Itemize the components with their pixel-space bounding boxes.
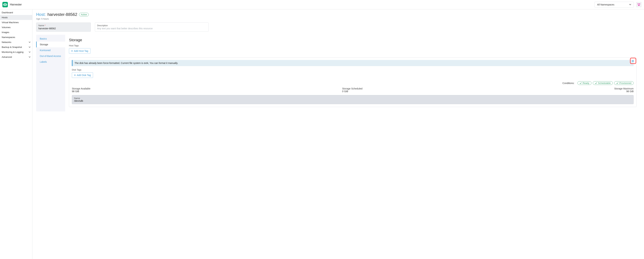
storage-scheduled: Storage Scheduled 0 GiB (342, 87, 362, 93)
sidebar-item-images[interactable]: Images (0, 30, 32, 35)
host-tags-label: Host Tags (69, 44, 636, 47)
brand-icon (2, 2, 8, 7)
main-content: Host: harvester-88562 Active Age: 5 hour… (32, 9, 644, 259)
topbar: Harvester All Namespaces (0, 0, 644, 9)
description-field[interactable]: Description Any text you want that bette… (95, 22, 208, 32)
check-icon (595, 82, 597, 84)
device-label: Name (74, 97, 631, 99)
app-switcher-icon[interactable] (636, 2, 642, 7)
sidebar-item-label: Networks (2, 41, 11, 43)
status-badge: Active (79, 13, 89, 16)
sidebar-item-label: Images (2, 31, 9, 33)
chevron-down-icon (629, 4, 631, 5)
sidebar-item-label: Monitoring & Logging (2, 51, 24, 53)
description-field-placeholder: Any text you want that better describes … (97, 27, 206, 30)
stat-label: Storage Maximum (614, 87, 634, 90)
panel-content: Storage Host Tags Add Host Tag (65, 35, 640, 111)
condition-schedulable: Schedulable (593, 81, 613, 85)
sidebar-item-volumes[interactable]: Volumes (0, 25, 32, 30)
condition-provisioned: Provisioned (614, 81, 634, 85)
tab-labels[interactable]: Labels (36, 59, 65, 65)
device-value: /dev/sdb (74, 99, 631, 102)
sidebar-item-dashboard[interactable]: Dashboard (0, 10, 32, 15)
stat-value: 98 GiB (72, 90, 90, 93)
sidebar-item-monitoring-logging[interactable]: Monitoring & Logging (0, 50, 32, 54)
brand: Harvester (2, 2, 22, 7)
sidebar-item-backup-snapshot[interactable]: Backup & Snapshot (0, 45, 32, 50)
sidebar-item-label: Virtual Machines (2, 21, 19, 24)
conditions-row: Conditions: ReadySchedulableProvisioned (72, 81, 634, 85)
sidebar-item-namespaces[interactable]: Namespaces (0, 35, 32, 40)
sidebar-item-label: Namespaces (2, 36, 15, 38)
sidebar: DashboardHostsVirtual MachinesVolumesIma… (0, 9, 32, 259)
check-icon (616, 82, 618, 84)
stat-value: 0 GiB (342, 90, 362, 93)
stat-label: Storage Scheduled (342, 87, 362, 90)
section-title: Storage (69, 38, 636, 42)
storage-available: Storage Available 98 GiB (72, 87, 90, 93)
name-field-value: harvester-88562 (38, 27, 88, 30)
info-banner: The disk has already been force-formatte… (72, 60, 634, 66)
disk-card: The disk has already been force-formatte… (69, 57, 636, 107)
remove-disk-button[interactable] (631, 59, 635, 63)
namespace-selector-label: All Namespaces (597, 3, 614, 6)
disk-tags-label: Disk Tags (72, 68, 634, 71)
chevron-down-icon (29, 41, 30, 43)
name-field: Name * harvester-88562 (36, 22, 91, 32)
sidebar-item-virtual-machines[interactable]: Virtual Machines (0, 20, 32, 25)
plus-icon (74, 74, 76, 76)
svg-rect-4 (638, 3, 638, 4)
detail-panel: BasicsStorageKsmtunedOut-of-Band AccessL… (36, 35, 640, 111)
device-name-field: Name /dev/sdb (72, 95, 634, 104)
sidebar-item-label: Volumes (2, 26, 10, 29)
sidebar-item-label: Dashboard (2, 11, 13, 14)
sidebar-item-label: Advanced (2, 56, 12, 58)
panel-tabs: BasicsStorageKsmtunedOut-of-Band AccessL… (36, 35, 65, 111)
page-title-host: harvester-88562 (48, 12, 77, 17)
add-disk-tag-button[interactable]: Add Disk Tag (72, 72, 93, 78)
brand-name: Harvester (10, 3, 22, 6)
sidebar-item-advanced[interactable]: Advanced (0, 54, 32, 59)
stat-label: Storage Available (72, 87, 90, 90)
sidebar-item-networks[interactable]: Networks (0, 40, 32, 45)
add-host-tag-label: Add Host Tag (74, 50, 88, 52)
description-field-label: Description (97, 24, 206, 27)
chevron-down-icon (29, 56, 30, 58)
add-disk-tag-label: Add Disk Tag (77, 74, 91, 76)
svg-rect-6 (638, 5, 640, 6)
check-icon (580, 82, 582, 84)
tab-out-of-band-access[interactable]: Out-of-Band Access (36, 53, 65, 59)
required-indicator: * (45, 24, 46, 27)
sidebar-item-hosts[interactable]: Hosts (0, 15, 32, 20)
tab-storage[interactable]: Storage (36, 41, 65, 47)
add-host-tag-button[interactable]: Add Host Tag (69, 48, 90, 54)
plus-icon (71, 50, 73, 52)
stat-value: 98 GiB (614, 90, 634, 93)
sidebar-item-label: Hosts (2, 16, 8, 19)
age-label: Age: 5 hours (36, 17, 640, 20)
svg-rect-5 (639, 3, 640, 4)
page-title-prefix: Host: (36, 12, 46, 17)
tab-ksmtuned[interactable]: Ksmtuned (36, 47, 65, 53)
conditions-label: Conditions: (562, 82, 574, 84)
tab-basics[interactable]: Basics (36, 36, 65, 41)
storage-maximum: Storage Maximum 98 GiB (614, 87, 634, 93)
name-field-label: Name (38, 24, 44, 27)
sidebar-item-label: Backup & Snapshot (2, 46, 22, 48)
chevron-down-icon (29, 51, 30, 53)
condition-ready: Ready (578, 81, 592, 85)
chevron-down-icon (29, 46, 30, 48)
page-title: Host: harvester-88562 Active (36, 12, 640, 17)
namespace-selector[interactable]: All Namespaces (594, 2, 634, 7)
